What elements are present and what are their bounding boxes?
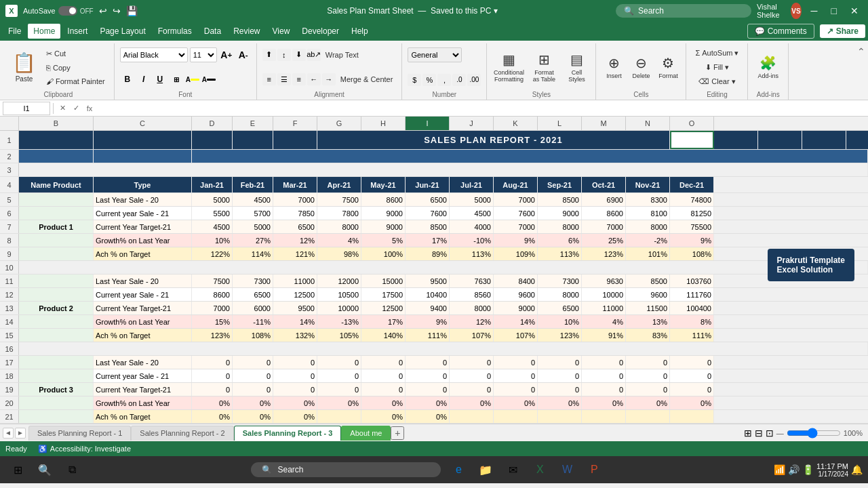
col-header-c[interactable]: C — [94, 117, 192, 130]
cell-data[interactable]: 0% — [406, 410, 450, 423]
cell-b2[interactable] — [19, 150, 94, 163]
menu-file[interactable]: File — [3, 24, 26, 39]
name-box[interactable] — [3, 102, 50, 115]
cell-data[interactable]: 9% — [670, 234, 714, 247]
cell-data[interactable]: 0% — [582, 396, 626, 409]
cell-data[interactable]: 0 — [582, 356, 626, 369]
cell-data[interactable]: 10% — [538, 315, 582, 328]
cell-f1[interactable] — [273, 131, 317, 149]
cell-data[interactable]: 108% — [233, 329, 273, 342]
menu-data[interactable]: Data — [199, 24, 226, 39]
cell-data[interactable]: 7600 — [406, 207, 450, 220]
cell-data[interactable]: 7000 — [273, 193, 317, 206]
cell-data[interactable]: 0% — [273, 410, 317, 423]
cell-data[interactable]: 0 — [538, 383, 582, 396]
cell-data[interactable] — [538, 410, 582, 423]
taskbar-search-button[interactable]: 🔍 — [33, 458, 57, 482]
sheet-tab-3[interactable]: Sales Planning Report - 3 — [234, 426, 342, 441]
cell-data[interactable]: 12500 — [273, 288, 317, 301]
cell-data[interactable]: 122% — [192, 247, 233, 260]
menu-developer[interactable]: Developer — [296, 24, 344, 39]
cell-data[interactable]: -2% — [626, 234, 670, 247]
col-header-f[interactable]: F — [273, 117, 317, 130]
col-header-oct[interactable]: Oct-21 — [582, 177, 626, 192]
cell-product-label[interactable] — [19, 247, 94, 260]
sheet-tab-1[interactable]: Sales Planning Report - 1 — [28, 426, 131, 441]
cell-data[interactable]: 111760 — [670, 288, 714, 301]
cell-data[interactable]: 91% — [582, 329, 626, 342]
cell-data[interactable]: 9500 — [406, 274, 450, 287]
cell-data[interactable]: 11000 — [273, 274, 317, 287]
cell-row-type[interactable]: Current Year Target-21 — [94, 220, 192, 233]
cell-data[interactable]: 0 — [192, 369, 233, 382]
cell-data[interactable]: 0 — [494, 383, 538, 396]
cell-data[interactable]: 10000 — [582, 288, 626, 301]
cell-row-type[interactable]: Current year Sale - 21 — [94, 288, 192, 301]
normal-view-button[interactable]: ⊞ — [744, 428, 752, 439]
cell-data[interactable]: 101% — [626, 247, 670, 260]
cell-data[interactable]: 75500 — [670, 220, 714, 233]
align-left-button[interactable]: ≡ — [262, 73, 276, 85]
cell-data[interactable]: 0% — [538, 396, 582, 409]
cell-data[interactable]: 7850 — [273, 207, 317, 220]
menu-view[interactable]: View — [267, 24, 296, 39]
cell-data[interactable] — [317, 410, 361, 423]
cell-row-type[interactable]: Growth% on Last Year — [94, 396, 192, 409]
cell-data[interactable]: 17500 — [361, 288, 406, 301]
cell-data[interactable]: 0 — [538, 369, 582, 382]
cell-i1-selected[interactable] — [670, 131, 714, 149]
paste-button[interactable]: 📋 Paste — [8, 49, 40, 85]
cell-data[interactable]: 0% — [233, 396, 273, 409]
cell-data[interactable] — [670, 410, 714, 423]
col-header-e[interactable]: E — [233, 117, 273, 130]
bold-button[interactable]: B — [120, 72, 135, 87]
cell-data[interactable]: 5% — [361, 234, 406, 247]
cell-data[interactable]: 114% — [233, 247, 273, 260]
ribbon-collapse[interactable]: ⌃ — [857, 43, 865, 100]
cell-rest3[interactable] — [19, 163, 868, 176]
cell-data[interactable]: 103760 — [670, 274, 714, 287]
tab-prev-button[interactable]: ◄ — [3, 428, 14, 439]
font-name-select[interactable]: Arial Black Arial Calibri — [120, 47, 188, 62]
taskbar-time[interactable]: 11:17 PM 1/17/2024 — [816, 462, 848, 478]
cell-data[interactable]: 0 — [626, 356, 670, 369]
cell-data[interactable]: 0 — [406, 369, 450, 382]
sheet-tab-about[interactable]: About me — [341, 426, 391, 441]
cell-data[interactable]: 12500 — [361, 302, 406, 314]
font-increase-button[interactable]: A+ — [219, 47, 234, 62]
taskbar-app-ppt[interactable]: P — [582, 458, 606, 482]
cell-data[interactable]: 8500 — [626, 274, 670, 287]
cell-product-label[interactable] — [19, 234, 94, 247]
cell-styles-button[interactable]: ▤ Cell Styles — [563, 49, 590, 85]
cell-data[interactable]: 0 — [317, 383, 361, 396]
format-button[interactable]: ⚙ Format — [656, 52, 680, 82]
cell-data[interactable]: 0% — [670, 396, 714, 409]
align-center-button[interactable]: ☰ — [277, 73, 291, 85]
cell-data[interactable]: 9000 — [361, 220, 406, 233]
cell-data[interactable]: 4500 — [233, 193, 273, 206]
font-color-button[interactable]: A — [201, 72, 216, 87]
zoom-slider[interactable] — [787, 428, 841, 439]
minimize-button[interactable]: ─ — [807, 0, 822, 22]
cell-data[interactable]: 5500 — [192, 207, 233, 220]
cell-data[interactable]: 11000 — [582, 302, 626, 314]
font-decrease-button[interactable]: A- — [236, 47, 251, 62]
cell-data[interactable]: 6% — [538, 234, 582, 247]
cell-data[interactable]: 0% — [233, 410, 273, 423]
cell-data[interactable]: 8600 — [192, 288, 233, 301]
orientation-button[interactable]: ab↗ — [307, 49, 321, 61]
align-top-button[interactable]: ⬆ — [262, 49, 276, 61]
cell-data[interactable]: 123% — [538, 329, 582, 342]
cut-button[interactable]: ✂ Cut — [43, 47, 108, 60]
cell-data[interactable]: 100% — [361, 247, 406, 260]
cell-data[interactable]: 0 — [406, 383, 450, 396]
cell-data[interactable]: 7600 — [494, 207, 538, 220]
cell-row-type[interactable]: Growth% on Last Year — [94, 234, 192, 247]
col-header-apr[interactable]: Apr-21 — [317, 177, 361, 192]
cell-e1[interactable] — [233, 131, 273, 149]
page-break-view-button[interactable]: ⊡ — [766, 428, 774, 439]
menu-formulas[interactable]: Formulas — [153, 24, 197, 39]
cell-data[interactable]: 7000 — [494, 193, 538, 206]
cell-product-label[interactable]: Product 3 — [19, 383, 94, 396]
cell-data[interactable] — [450, 410, 494, 423]
